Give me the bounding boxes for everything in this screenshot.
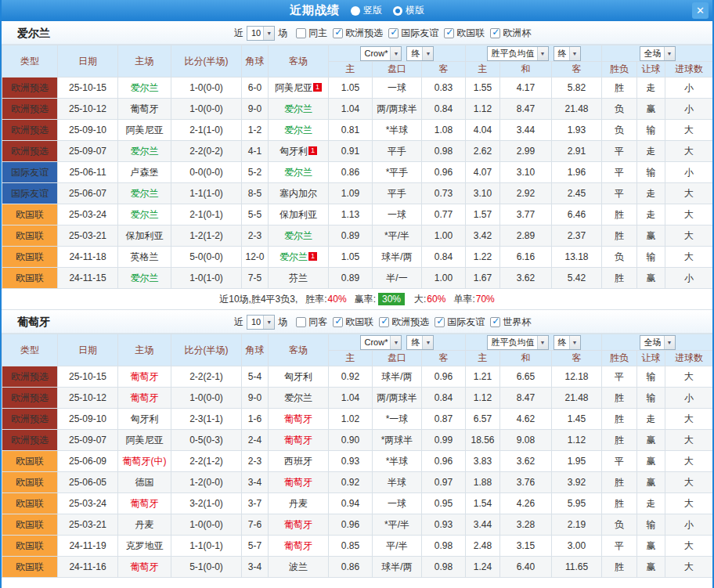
col-handicap: 盘口 [373,351,422,366]
odds-stage-select[interactable]: 终 ▼ [554,46,581,61]
odds-stage-select[interactable]: 终 ▼ [406,46,434,61]
goals-result: 大 [665,409,713,430]
wdl-result: 胜 [602,78,637,99]
odds-stage-select[interactable]: 终 ▼ [554,335,581,350]
filter-checkbox[interactable]: 欧国联 [333,316,373,329]
handicap-result: 赢 [637,536,665,557]
matches-table: 类型 日期 主场 比分(半场) 角球 客场 Crow* ▼ 终 [2,334,713,578]
checkbox-checked-icon[interactable] [379,317,389,327]
checkbox-checked-icon[interactable] [435,317,445,327]
col-score: 比分(半场) [171,45,242,78]
layout-option-vertical[interactable]: 竖版 [351,4,382,17]
matches-tbody: 欧洲预选25-10-15爱尔兰1-0(0-0)6-0阿美尼亚11.05一球0.8… [2,78,713,289]
match-date: 25-09-10 [58,120,118,141]
away-team-cell: 爱尔兰 [269,225,329,247]
away-team-cell: 保加利亚 [269,204,329,225]
match-scope-select[interactable]: 全场 ▼ [640,335,676,350]
table-row: 欧洲预选25-10-15爱尔兰1-0(0-0)6-0阿美尼亚11.05一球0.8… [2,78,713,99]
asian-home-odds: 0.92 [329,366,373,388]
win-odds: 4.04 [466,120,500,141]
record-summary: 近10场,胜4平3负3, 胜率: 40% 赢率: 30% 大: 60% 单率: … [2,289,712,310]
table-row: 欧洲预选25-10-12葡萄牙1-0(0-0)9-0爱尔兰1.04两/两球半0.… [2,99,713,120]
team-name: 爱尔兰 [279,251,308,262]
match-date: 25-09-07 [58,141,118,162]
checkbox-checked-icon[interactable] [490,317,500,327]
wdl-odds-group-header: 胜平负均值 ▼ 终 ▼ [466,334,602,351]
corners: 9-0 [242,388,269,409]
team-name: 葡萄牙(中) [123,456,167,467]
close-button[interactable]: ✕ [692,2,709,19]
checkbox-checked-icon[interactable] [333,28,343,38]
handicap-rate-label: 赢率: [355,293,376,306]
away-team-cell: 葡萄牙 [269,536,329,557]
handicap-line: 两/两球半 [373,388,422,409]
radio-selected-icon[interactable] [393,6,402,16]
filter-checkbox[interactable]: 世界杯 [490,316,531,329]
asian-away-odds: 0.84 [422,388,466,409]
team-name: 葡萄牙 [284,477,312,488]
goals-result: 大 [665,366,713,388]
odds-stage-select[interactable]: 终 ▼ [406,335,434,350]
match-date: 25-09-10 [58,409,118,430]
asian-home-odds: 0.81 [329,120,373,141]
odds-stage-value: 终 [407,48,422,60]
filter-checkbox[interactable]: 欧洲预选 [379,316,429,329]
table-row: 欧国联24-11-18英格兰5-0(0-0)12-0爱尔兰11.05球半/两0.… [2,247,713,268]
checkbox-checked-icon[interactable] [490,28,500,38]
match-date: 25-03-24 [58,493,118,514]
away-team-cell: 匈牙利 [269,366,329,388]
table-row: 欧国联25-03-21保加利亚1-2(1-2)2-3爱尔兰0.89*平/半1.0… [2,225,713,247]
filter-checkbox[interactable]: 国际友谊 [435,316,485,329]
match-scope-select[interactable]: 全场 ▼ [640,46,676,61]
bookmaker-select[interactable]: Crow* ▼ [360,335,402,350]
filter-checkbox[interactable]: 欧洲预选 [333,27,383,40]
win-odds: 1.12 [466,99,500,120]
over-rate-label: 大: [414,293,426,306]
checkbox-unchecked-icon[interactable] [296,28,306,38]
checkbox-unchecked-icon[interactable] [296,317,306,327]
filter-checkbox[interactable]: 国际友谊 [388,27,438,40]
checkbox-checked-icon[interactable] [333,317,343,327]
asian-home-odds: 1.13 [329,204,373,225]
match-date: 24-11-15 [58,268,118,289]
checkbox-label: 国际友谊 [447,316,485,329]
match-count-select[interactable]: 10 ▼ [247,315,275,330]
match-date: 25-06-11 [58,162,118,183]
asian-home-odds: 0.91 [329,141,373,162]
wdl-average-select[interactable]: 胜平负均值 ▼ [487,335,549,350]
filter-checkbox[interactable]: 欧国联 [444,27,485,40]
handicap-line: 平/半 [373,536,422,557]
lose-odds: 2.91 [552,141,602,162]
match-date: 25-10-15 [58,366,118,388]
score-halftime: 1-0(0-0) [171,514,242,536]
col-asian-away: 客 [422,351,466,366]
team-name-heading: 葡萄牙 [17,316,50,330]
score-halftime: 1-0(0-0) [171,99,242,120]
filter-checkbox[interactable]: 同客 [296,316,327,329]
goals-result: 大 [665,183,713,204]
result-group-header: 全场 ▼ [602,45,713,62]
col-handicap-result: 让球 [637,62,665,78]
checkbox-checked-icon[interactable] [388,28,398,38]
chevron-down-icon: ▼ [422,47,433,60]
draw-odds: 4.26 [500,493,552,514]
wdl-result: 平 [602,141,637,162]
checkbox-checked-icon[interactable] [444,28,454,38]
away-team-cell: 爱尔兰 [269,120,329,141]
radio-unselected-icon[interactable] [351,6,360,16]
filter-checkbox[interactable]: 同主 [296,27,327,40]
red-card-badge: 1 [308,252,317,261]
wdl-average-select[interactable]: 胜平负均值 ▼ [487,46,549,61]
corners: 7-5 [242,268,269,289]
bookmaker-select[interactable]: Crow* ▼ [360,46,402,61]
handicap-result: 走 [637,183,665,204]
draw-odds: 3.15 [500,536,552,557]
handicap-line: *两球半 [373,430,422,451]
match-scope-value: 全场 [640,337,664,348]
away-team-cell: 匈牙利1 [269,141,329,162]
filter-checkbox[interactable]: 欧洲杯 [490,27,531,40]
team-name: 阿美尼亚 [126,435,164,446]
col-type: 类型 [2,334,58,366]
layout-option-horizontal[interactable]: 横版 [393,4,424,17]
match-count-select[interactable]: 10 ▼ [247,26,275,41]
